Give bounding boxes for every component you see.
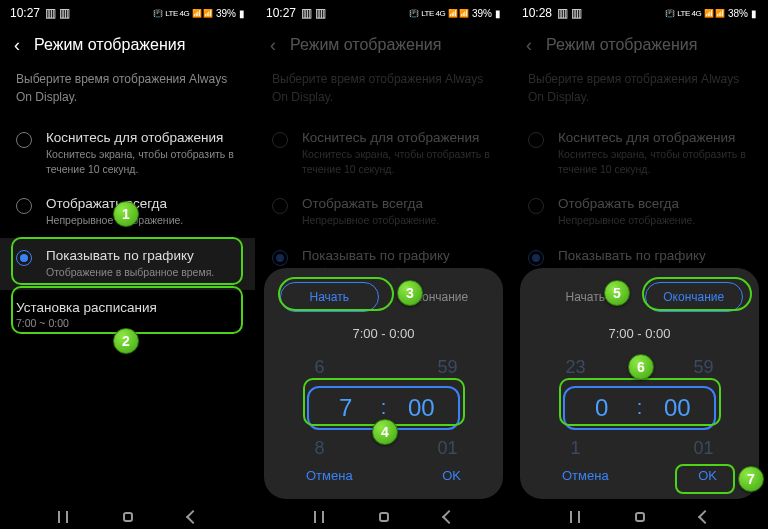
cancel-button[interactable]: Отмена xyxy=(562,468,609,483)
phone-screen-2: 10:27▥ ▥ 📳LTE 4G📶 📶39%▮ ‹Режим отображен… xyxy=(256,0,512,529)
badge-5: 5 xyxy=(604,280,630,306)
clock: 10:27 xyxy=(266,6,296,20)
option-show-schedule[interactable]: Показывать по графику Отображение в выбр… xyxy=(0,238,255,290)
time-range: 7:00 - 0:00 xyxy=(280,326,487,341)
badge-6: 6 xyxy=(628,354,654,380)
badge-7: 7 xyxy=(738,466,764,492)
status-bar: 10:27▥ ▥ 📳LTE 4G📶 📶39%▮ xyxy=(0,0,255,26)
option-tap-to-show[interactable]: Коснитесь для отображения Коснитесь экра… xyxy=(0,120,255,186)
time-picker-popup: Начать Окончание 7:00 - 0:00 659 7:00 80… xyxy=(264,268,503,499)
radio-icon-selected xyxy=(16,250,32,266)
cancel-button[interactable]: Отмена xyxy=(306,468,353,483)
description: Выберите время отображения Always On Dis… xyxy=(0,66,255,120)
clock: 10:28 xyxy=(522,6,552,20)
battery: 39% xyxy=(472,8,492,19)
nav-bar[interactable] xyxy=(512,508,767,526)
nav-bar[interactable] xyxy=(0,508,255,526)
ok-button[interactable]: OK xyxy=(698,468,717,483)
badge-3: 3 xyxy=(397,280,423,306)
back-icon: ‹ xyxy=(270,36,276,54)
tab-end[interactable]: Окончание xyxy=(645,282,744,312)
time-range: 7:00 - 0:00 xyxy=(536,326,743,341)
badge-1: 1 xyxy=(113,201,139,227)
back-icon[interactable]: ‹ xyxy=(14,36,20,54)
phone-screen-3: 10:28▥ ▥ 📳LTE 4G📶 📶38%▮ ‹Режим отображен… xyxy=(512,0,768,529)
phone-screen-1: 10:27▥ ▥ 📳LTE 4G📶 📶39%▮ ‹ Режим отображе… xyxy=(0,0,256,529)
battery: 38% xyxy=(728,8,748,19)
badge-4: 4 xyxy=(372,419,398,445)
badge-2: 2 xyxy=(113,328,139,354)
radio-icon xyxy=(16,198,32,214)
header: ‹ Режим отображения xyxy=(0,26,255,66)
time-picker[interactable]: 659 7:00 801 xyxy=(280,353,487,462)
time-picker-popup: Начать Окончание 7:00 - 0:00 2359 0:00 1… xyxy=(520,268,759,499)
nav-bar[interactable] xyxy=(256,508,511,526)
status-bar: 10:28▥ ▥ 📳LTE 4G📶 📶38%▮ xyxy=(512,0,767,26)
tab-start[interactable]: Начать xyxy=(280,282,379,312)
page-title: Режим отображения xyxy=(34,36,185,54)
clock: 10:27 xyxy=(10,6,40,20)
radio-icon xyxy=(16,132,32,148)
ok-button[interactable]: OK xyxy=(442,468,461,483)
battery: 39% xyxy=(216,8,236,19)
back-icon: ‹ xyxy=(526,36,532,54)
status-bar: 10:27▥ ▥ 📳LTE 4G📶 📶39%▮ xyxy=(256,0,511,26)
